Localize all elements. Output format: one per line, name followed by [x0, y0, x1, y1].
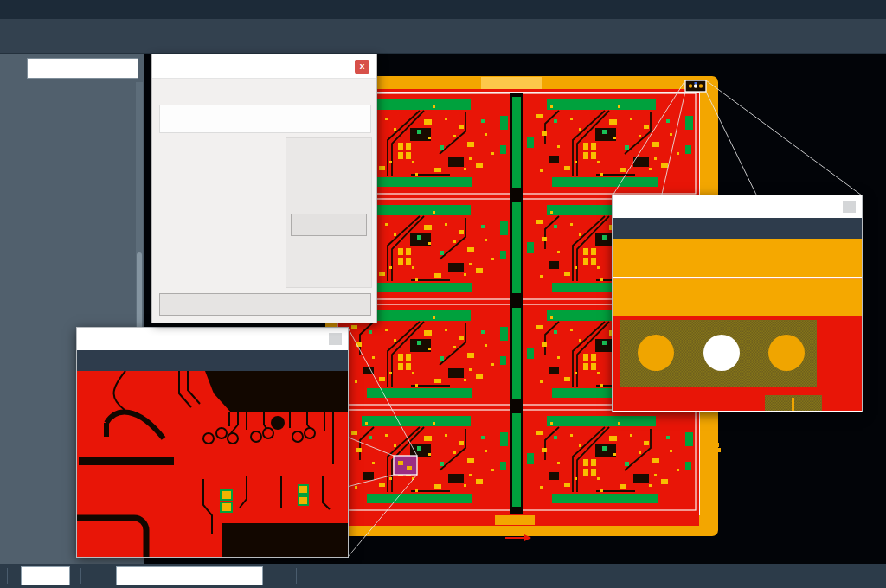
magnified-pcb-art-2 — [77, 371, 348, 557]
magnifier-window-2 — [76, 327, 349, 558]
magnifier-titlebar[interactable] — [77, 328, 348, 350]
magnifier-titlebar[interactable] — [613, 195, 862, 218]
separator — [7, 568, 8, 584]
separator — [296, 568, 297, 584]
graphic-options-dialog: x — [151, 54, 377, 323]
close-button[interactable] — [159, 293, 371, 316]
apply-icon[interactable] — [270, 567, 287, 585]
reset-button[interactable] — [291, 214, 367, 236]
close-icon[interactable]: x — [355, 60, 369, 74]
magnified-pcb-art-1 — [613, 239, 862, 411]
magnifier-toolbar — [613, 218, 862, 239]
main-toolbar — [0, 19, 886, 54]
menu-bar — [0, 0, 886, 19]
step-select[interactable] — [27, 58, 138, 79]
angle-tool-icon[interactable] — [89, 566, 108, 585]
dialog-titlebar[interactable]: x — [152, 54, 376, 79]
application-window: x — [0, 0, 886, 588]
window-button-icon[interactable] — [843, 201, 856, 213]
magnifier-toolbar — [77, 350, 348, 371]
unit-select[interactable] — [21, 566, 70, 585]
window-button-icon[interactable] — [329, 333, 342, 345]
step-row — [0, 54, 144, 82]
status-bar — [0, 564, 886, 588]
command-input[interactable] — [116, 566, 263, 585]
magnifier-source-2 — [394, 456, 417, 475]
magnifier-window-1 — [612, 195, 863, 412]
scrollbar-thumb[interactable] — [137, 252, 142, 339]
magnifier-content[interactable] — [77, 371, 348, 557]
separator — [80, 568, 81, 584]
magnifier-content[interactable] — [613, 239, 862, 411]
transform-panel — [286, 137, 372, 288]
magnifier-source-1 — [685, 80, 706, 92]
fill-mode-radio-group — [159, 105, 371, 133]
